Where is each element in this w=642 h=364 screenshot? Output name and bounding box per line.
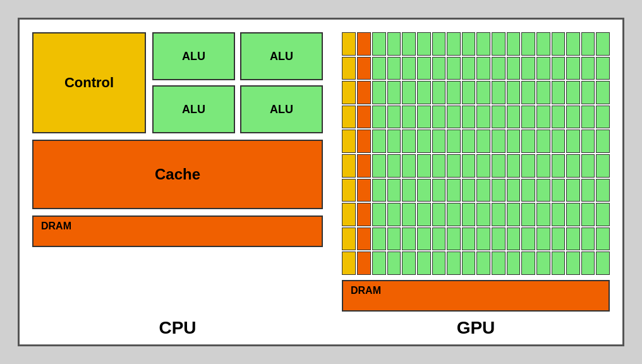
gpu-alu-cell [507,203,521,226]
gpu-alu-cell [521,154,535,178]
gpu-alu-cell [417,130,431,153]
gpu-row [342,252,610,275]
gpu-row [342,130,610,153]
gpu-alu-cell [566,130,580,153]
gpu-ctrl-cell [342,154,356,178]
gpu-alu-cell [507,179,521,202]
cache-label: Cache [155,166,200,183]
gpu-alu-cell [566,203,580,226]
gpu-alu-cell [596,179,610,202]
gpu-alu-cell [552,203,566,226]
gpu-alu-cell [432,81,446,104]
gpu-alu-cell [447,252,461,275]
cpu-dram-block: DRAM [32,215,323,247]
gpu-alu-cell [566,154,580,178]
gpu-alu-cell [462,57,476,80]
gpu-alu-cell [476,203,490,226]
gpu-alu-cell [476,228,490,251]
gpu-alu-cell [596,57,610,80]
gpu-alu-cell [372,81,386,104]
gpu-cache-cell [357,81,371,104]
gpu-alu-cell [596,106,610,129]
gpu-alu-cell [521,179,535,202]
gpu-alu-cell [507,154,521,178]
gpu-alu-cell [402,154,416,178]
gpu-alu-cell [492,81,506,104]
gpu-alu-cell [552,179,566,202]
gpu-alu-cell [402,252,416,275]
gpu-alu-cell [402,32,416,56]
gpu-alu-cell [492,57,506,80]
gpu-dram-label: DRAM [351,285,381,296]
gpu-alu-cell [447,106,461,129]
cpu-section: Control ALU ALU ALU ALU [32,32,323,338]
gpu-alu-cell [492,32,506,56]
gpu-alu-cell [536,154,550,178]
gpu-row [342,228,610,251]
gpu-alu-cell [432,57,446,80]
gpu-alu-cell [462,32,476,56]
gpu-alu-cell [566,252,580,275]
cpu-diagram: Control ALU ALU ALU ALU [32,32,323,312]
gpu-alu-cell [432,252,446,275]
gpu-alu-cell [476,81,490,104]
gpu-alu-cell [581,106,595,129]
gpu-row [342,57,610,80]
gpu-alu-cell [417,179,431,202]
gpu-alu-cell [596,130,610,153]
gpu-alu-cell [417,203,431,226]
gpu-alu-cell [536,106,550,129]
gpu-alu-cell [417,57,431,80]
gpu-alu-cell [462,81,476,104]
gpu-alu-cell [402,179,416,202]
gpu-label: GPU [457,318,495,338]
gpu-ctrl-cell [342,179,356,202]
gpu-grid-area [342,32,610,275]
gpu-alu-cell [402,203,416,226]
gpu-alu-cell [552,154,566,178]
gpu-alu-cell [476,32,490,56]
gpu-alu-cell [417,106,431,129]
gpu-alu-cell [581,154,595,178]
gpu-alu-cell [387,81,401,104]
gpu-alu-cell [492,228,506,251]
gpu-alu-cell [536,32,550,56]
gpu-alu-cell [507,57,521,80]
alu-cell-3: ALU [240,85,323,133]
cpu-top-area: Control ALU ALU ALU ALU [32,32,323,133]
gpu-alu-cell [447,228,461,251]
gpu-alu-cell [372,57,386,80]
gpu-alu-cell [476,57,490,80]
gpu-alu-cell [372,106,386,129]
main-container: Control ALU ALU ALU ALU [18,18,624,346]
gpu-alu-cell [387,130,401,153]
gpu-alu-cell [566,228,580,251]
gpu-alu-cell [552,130,566,153]
gpu-alu-cell [432,203,446,226]
gpu-cache-cell [357,154,371,178]
gpu-alu-cell [536,252,550,275]
gpu-alu-cell [402,130,416,153]
alu-label-1: ALU [270,50,293,63]
gpu-alu-cell [387,57,401,80]
gpu-alu-cell [581,81,595,104]
gpu-alu-cell [566,57,580,80]
gpu-alu-cell [447,57,461,80]
gpu-alu-cell [387,154,401,178]
gpu-alu-cell [372,32,386,56]
gpu-cache-cell [357,203,371,226]
gpu-alu-cell [462,130,476,153]
gpu-alu-cell [507,106,521,129]
gpu-alu-cell [402,81,416,104]
gpu-alu-cell [536,179,550,202]
gpu-alu-cell [581,179,595,202]
gpu-alu-cell [447,32,461,56]
gpu-alu-cell [447,179,461,202]
gpu-alu-cell [432,32,446,56]
gpu-alu-cell [536,130,550,153]
gpu-alu-cell [507,252,521,275]
gpu-alu-cell [566,32,580,56]
alu-label-2: ALU [182,103,205,116]
gpu-alu-cell [462,106,476,129]
gpu-section: DRAM GPU [342,32,610,338]
